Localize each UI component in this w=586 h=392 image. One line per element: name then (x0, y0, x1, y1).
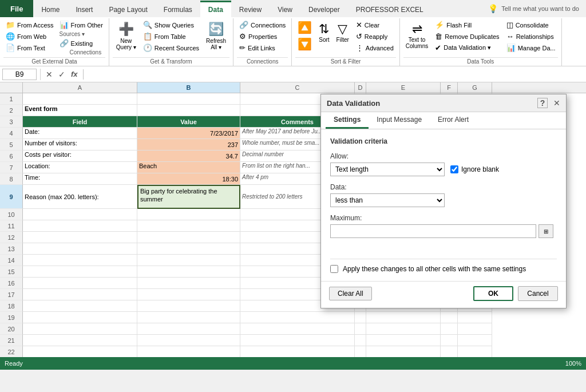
allow-select[interactable]: Text length (330, 163, 445, 176)
cell-a17[interactable] (23, 289, 137, 300)
cancel-button[interactable]: Cancel (518, 286, 558, 301)
cell-b6[interactable]: 34.7 (137, 151, 240, 162)
cell-a9[interactable]: Reason (max 200. letters): (23, 185, 137, 209)
cell-b5[interactable]: 237 (137, 139, 240, 151)
show-queries-btn[interactable]: 🔍Show Queries (141, 19, 201, 30)
confirm-formula-icon[interactable]: ✓ (57, 70, 67, 79)
maximum-ref-btn[interactable]: ⊞ (539, 224, 553, 238)
flash-fill-btn[interactable]: ⚡Flash Fill (433, 19, 501, 30)
existing-connections-btn[interactable]: 🔗Existing (57, 38, 105, 49)
cell-c21[interactable] (240, 335, 355, 346)
cell-a10[interactable] (23, 209, 137, 220)
cell-e22[interactable] (366, 346, 441, 357)
dialog-close-btn[interactable]: ✕ (553, 98, 560, 108)
cell-b3[interactable]: Value (137, 116, 240, 128)
consolidate-btn[interactable]: ◫Consolidate (504, 19, 558, 30)
relationships-btn[interactable]: ↔Relationships (504, 31, 558, 42)
cell-d22[interactable] (355, 346, 366, 357)
manage-data-btn[interactable]: 📊Manage Da... (504, 42, 558, 53)
cell-b19[interactable] (137, 312, 240, 323)
tab-view[interactable]: View (270, 1, 300, 17)
recent-sources-btn[interactable]: 🕐Recent Sources (141, 42, 201, 53)
cell-d21[interactable] (355, 335, 366, 346)
cell-a8[interactable]: Time: (23, 173, 137, 185)
cell-c22[interactable] (240, 346, 355, 357)
cell-a11[interactable] (23, 220, 137, 232)
tab-review[interactable]: Review (231, 1, 270, 17)
cell-b8[interactable]: 18:30 (137, 173, 240, 185)
maximum-input[interactable]: 200 (330, 224, 536, 238)
cell-f20[interactable] (441, 323, 458, 335)
cell-g19[interactable] (458, 312, 492, 323)
ok-button[interactable]: OK (473, 286, 513, 301)
cell-a18[interactable] (23, 300, 137, 312)
cell-a22[interactable] (23, 346, 137, 357)
cell-a4[interactable]: Date: (23, 128, 137, 139)
tab-professor-excel[interactable]: PROFESSOR EXCEL (348, 1, 431, 17)
cell-a15[interactable] (23, 266, 137, 278)
cell-d19[interactable] (355, 312, 366, 323)
cell-b17[interactable] (137, 289, 240, 300)
sort-az-btn[interactable]: 🔼 (295, 19, 314, 35)
cell-d20[interactable] (355, 323, 366, 335)
cell-a5[interactable]: Number of visitors: (23, 139, 137, 151)
new-query-btn[interactable]: ➕ NewQuery ▾ (113, 19, 140, 53)
cell-g22[interactable] (458, 346, 492, 357)
data-select[interactable]: less than (330, 193, 445, 207)
apply-changes-checkbox[interactable] (330, 265, 338, 273)
filter-btn[interactable]: Filter (336, 37, 349, 43)
cell-f22[interactable] (441, 346, 458, 357)
cell-b22[interactable] (137, 346, 240, 357)
data-validation-dialog[interactable]: Data Validation ? ✕ Settings Input Messa… (320, 94, 567, 308)
cell-c20[interactable] (240, 323, 355, 335)
remove-duplicates-btn[interactable]: 🗑Remove Duplicates (433, 31, 501, 42)
cell-b16[interactable] (137, 278, 240, 289)
from-table-btn[interactable]: 📋From Table (141, 31, 201, 42)
cell-b15[interactable] (137, 266, 240, 278)
cell-a1[interactable] (23, 93, 137, 105)
cell-b9[interactable]: Big party for celebrating the summer (137, 185, 240, 209)
from-access-btn[interactable]: 📁From Access (3, 19, 56, 30)
connections-btn[interactable]: 🔗Connections (237, 19, 288, 30)
tell-me-input[interactable]: Tell me what you want to do (501, 5, 579, 12)
text-to-columns-btn[interactable]: Text toColumns (406, 37, 428, 49)
cell-a14[interactable] (23, 255, 137, 266)
cell-b14[interactable] (137, 255, 240, 266)
cell-a20[interactable] (23, 323, 137, 335)
edit-links-btn[interactable]: ✏Edit Links (237, 42, 288, 53)
ignore-blank-checkbox[interactable] (450, 165, 458, 173)
cell-e21[interactable] (366, 335, 441, 346)
cell-b10[interactable] (137, 209, 240, 220)
tab-developer[interactable]: Developer (300, 1, 348, 17)
cell-g21[interactable] (458, 335, 492, 346)
dialog-tab-settings[interactable]: Settings (326, 112, 369, 129)
cancel-formula-icon[interactable]: ✕ (44, 70, 54, 79)
tab-formulas[interactable]: Formulas (156, 1, 200, 17)
from-text-btn[interactable]: 📄From Text (3, 42, 56, 53)
cell-b18[interactable] (137, 300, 240, 312)
sort-za-btn[interactable]: 🔽 (295, 36, 314, 52)
insert-function-icon[interactable]: fx (69, 70, 80, 78)
cell-b12[interactable] (137, 232, 240, 243)
cell-e19[interactable] (366, 312, 441, 323)
cell-c19[interactable] (240, 312, 355, 323)
from-web-btn[interactable]: 🌐From Web (3, 31, 56, 42)
clear-filter-btn[interactable]: ✕Clear (354, 19, 396, 30)
data-validation-btn[interactable]: ✔Data Validation ▾ (433, 42, 501, 53)
tab-data[interactable]: Data (200, 1, 231, 17)
cell-a2[interactable]: Event form (23, 105, 137, 116)
cell-ref-box[interactable] (2, 69, 37, 80)
cell-b13[interactable] (137, 243, 240, 255)
cell-b2[interactable] (137, 105, 240, 116)
cell-b1[interactable] (137, 93, 240, 105)
dialog-tab-input-message[interactable]: Input Message (369, 112, 430, 129)
tab-insert[interactable]: Insert (68, 1, 101, 17)
cell-b21[interactable] (137, 335, 240, 346)
cell-b7[interactable]: Beach (137, 162, 240, 173)
cell-a19[interactable] (23, 312, 137, 323)
file-tab[interactable]: File (0, 0, 33, 17)
cell-f21[interactable] (441, 335, 458, 346)
cell-b20[interactable] (137, 323, 240, 335)
cell-e20[interactable] (366, 323, 441, 335)
tab-page-layout[interactable]: Page Layout (101, 1, 155, 17)
